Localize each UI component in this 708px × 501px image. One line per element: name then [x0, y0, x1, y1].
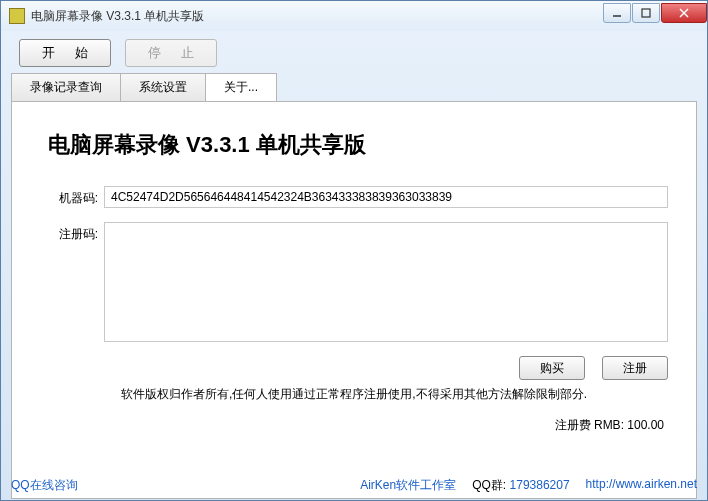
machine-code-row: 机器码: — [40, 186, 668, 208]
close-button[interactable] — [661, 3, 707, 23]
register-button[interactable]: 注册 — [602, 356, 668, 380]
action-buttons: 购买 注册 — [104, 356, 668, 380]
start-button[interactable]: 开 始 — [19, 39, 111, 67]
reg-code-row: 注册码: — [40, 222, 668, 342]
tab-settings[interactable]: 系统设置 — [120, 73, 206, 101]
studio-link[interactable]: AirKen软件工作室 — [360, 477, 456, 494]
reg-code-label: 注册码: — [40, 222, 98, 243]
svg-rect-1 — [642, 9, 650, 17]
footer: QQ在线咨询 AirKen软件工作室 QQ群: 179386207 http:/… — [11, 477, 697, 494]
machine-code-label: 机器码: — [40, 186, 98, 207]
app-window: 电脑屏幕录像 V3.3.1 单机共享版 开 始 停 止 录像记录查询 系统设置 … — [0, 0, 708, 501]
reg-code-input[interactable] — [104, 222, 668, 342]
app-icon — [9, 8, 25, 24]
toolbar: 开 始 停 止 — [1, 31, 707, 73]
titlebar: 电脑屏幕录像 V3.3.1 单机共享版 — [1, 1, 707, 31]
footer-right: AirKen软件工作室 QQ群: 179386207 http://www.ai… — [360, 477, 697, 494]
machine-code-input[interactable] — [104, 186, 668, 208]
tab-bar: 录像记录查询 系统设置 关于... — [1, 73, 707, 101]
tab-records[interactable]: 录像记录查询 — [11, 73, 121, 101]
qq-group: QQ群: 179386207 — [472, 477, 569, 494]
window-title: 电脑屏幕录像 V3.3.1 单机共享版 — [31, 8, 602, 25]
about-panel: 电脑屏幕录像 V3.3.1 单机共享版 机器码: 注册码: 购买 注册 软件版权… — [11, 101, 697, 499]
fee-text: 注册费 RMB: 100.00 — [40, 417, 668, 434]
qq-consult-link[interactable]: QQ在线咨询 — [11, 477, 78, 494]
qq-group-label: QQ群: — [472, 478, 506, 492]
copyright-text: 软件版权归作者所有,任何人使用通过正常程序注册使用,不得采用其他方法解除限制部分… — [40, 386, 668, 403]
minimize-button[interactable] — [603, 3, 631, 23]
tab-about[interactable]: 关于... — [205, 73, 277, 101]
qq-group-number[interactable]: 179386207 — [510, 478, 570, 492]
stop-button: 停 止 — [125, 39, 217, 67]
website-link[interactable]: http://www.airken.net — [586, 477, 697, 494]
buy-button[interactable]: 购买 — [519, 356, 585, 380]
about-heading: 电脑屏幕录像 V3.3.1 单机共享版 — [48, 130, 668, 160]
maximize-button[interactable] — [632, 3, 660, 23]
window-controls — [602, 3, 707, 23]
